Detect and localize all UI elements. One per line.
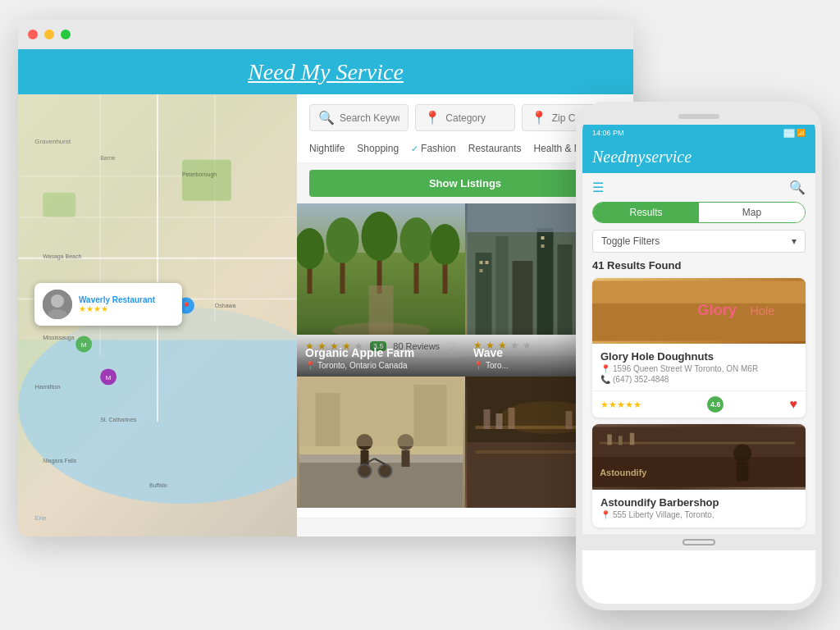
doughnuts-bottom: ★★★★★ 4.6 ♥: [592, 390, 806, 418]
wave-location-icon: 📍: [473, 361, 483, 370]
popup-info: Waverly Restaurant ★★★★: [79, 295, 174, 313]
location-pin-icon: 📍: [305, 361, 315, 370]
svg-rect-48: [513, 261, 533, 335]
svg-rect-9: [182, 160, 231, 201]
tab-restaurants[interactable]: Restaurants: [468, 143, 522, 159]
svg-rect-71: [316, 393, 340, 446]
tab-nightlife[interactable]: Nightlife: [309, 143, 345, 159]
doughnuts-address: 📍 1596 Queen Street W Toronto, ON M6R: [600, 364, 797, 373]
svg-text:St. Catharines: St. Catharines: [100, 417, 137, 422]
tab-shopping[interactable]: Shopping: [357, 143, 399, 159]
svg-rect-50: [558, 244, 573, 335]
svg-point-31: [51, 294, 64, 308]
chevron-down-icon: ▾: [792, 235, 797, 247]
svg-rect-54: [486, 261, 489, 264]
doughnuts-name: Glory Hole Doughnuts: [600, 350, 797, 363]
phone-frame: 14:06 PM ▓▓ 📶 Needmyservice ☰ 🔍 Results …: [576, 102, 822, 610]
svg-point-34: [297, 228, 325, 269]
keyword-input[interactable]: [340, 112, 399, 124]
phone-card-barbershop[interactable]: Astoundify Astoundify Barbershop 📍 555 L…: [592, 424, 806, 527]
apple-farm-location: 📍 Toronto, Ontario Canada: [305, 361, 457, 370]
doughnuts-phone: 📞 (647) 352-4848: [600, 375, 797, 384]
category-input-wrap[interactable]: 📍: [415, 104, 514, 131]
svg-point-40: [400, 217, 433, 263]
doughnuts-image: Glory Hole: [592, 278, 806, 344]
phone-speaker: [678, 114, 719, 119]
bikes-info-bar: [297, 508, 465, 518]
svg-point-0: [18, 308, 297, 504]
svg-rect-93: [600, 442, 795, 445]
svg-rect-96: [630, 433, 634, 445]
zip-location-icon: 📍: [531, 110, 547, 126]
svg-rect-46: [476, 253, 492, 335]
svg-rect-53: [480, 261, 483, 264]
phone-card-doughnuts[interactable]: Glory Hole Glory Hole Doughnuts 📍 1596 Q…: [592, 278, 806, 418]
location-icon: 📍: [424, 110, 441, 126]
phone-notch: [582, 108, 815, 125]
address-pin-icon: 📍: [600, 364, 610, 373]
svg-text:Oshawa: Oshawa: [215, 303, 236, 308]
svg-point-42: [431, 224, 460, 265]
svg-text:Buffalo: Buffalo: [149, 482, 167, 488]
doughnuts-rating-badge: 4.6: [707, 396, 724, 413]
search-inputs: 🔍 📍 📍: [309, 104, 621, 131]
toggle-filters-label: Toggle Filters: [601, 235, 660, 247]
phone-result-tabs: Results Map: [592, 202, 806, 223]
svg-point-28: [100, 368, 116, 385]
map-popup[interactable]: Waverly Restaurant ★★★★: [34, 283, 182, 326]
app-title: Need My Service: [248, 59, 404, 85]
close-button[interactable]: [28, 30, 38, 39]
phone-app-title: Needmyservice: [592, 148, 692, 167]
svg-rect-10: [43, 193, 75, 217]
show-listings-button[interactable]: Show Listings: [309, 170, 621, 197]
phone-header: Needmyservice: [582, 141, 815, 173]
svg-text:Astoundify: Astoundify: [600, 468, 647, 477]
phone-home-indicator[interactable]: [682, 539, 715, 546]
svg-point-97: [733, 444, 751, 462]
phone-filters[interactable]: Toggle Filters ▾: [592, 230, 806, 253]
svg-text:M: M: [106, 374, 112, 381]
minimize-button[interactable]: [44, 30, 54, 39]
svg-rect-98: [737, 462, 749, 481]
phone-search-icon[interactable]: 🔍: [789, 180, 806, 195]
phone-body: ☰ 🔍 Results Map Toggle Filters ▾ 41 Resu…: [582, 173, 815, 534]
apple-farm-overlay: Organic Apple Farm 📍 Toronto, Ontario Ca…: [297, 326, 465, 377]
doughnuts-stars: ★★★★★: [600, 399, 641, 410]
popup-stars: ★★★★: [79, 304, 174, 313]
doughnuts-star-icons: ★★★★★: [600, 399, 641, 410]
svg-text:Glory: Glory: [697, 301, 737, 318]
phone-tab-map[interactable]: Map: [699, 203, 805, 222]
svg-rect-57: [541, 244, 545, 248]
hamburger-icon[interactable]: ☰: [592, 180, 604, 195]
listing-card-apple-farm[interactable]: Organic Apple Farm 📍 Toronto, Ontario Ca…: [297, 203, 465, 377]
doughnuts-heart-icon[interactable]: ♥: [790, 397, 798, 412]
svg-rect-56: [541, 236, 545, 240]
svg-rect-55: [480, 269, 483, 272]
phone-number-icon: 📞: [600, 375, 610, 384]
keyword-input-wrap[interactable]: 🔍: [309, 104, 409, 131]
search-icon: 🔍: [318, 110, 335, 126]
barbershop-address: 📍 555 Liberty Village, Toronto,: [600, 510, 797, 519]
apple-farm-name: Organic Apple Farm: [305, 346, 457, 359]
apple-farm-image: [297, 203, 465, 335]
svg-rect-47: [496, 236, 509, 335]
phone-time: 14:06 PM: [592, 129, 624, 137]
phone-tab-results[interactable]: Results: [593, 203, 699, 222]
listing-card-bikes[interactable]: [297, 377, 465, 536]
svg-text:Hole: Hole: [750, 304, 774, 317]
filter-tabs: Nightlife Shopping ✓ Fashion Restaurants…: [309, 139, 621, 162]
barbershop-address-icon: 📍: [600, 510, 610, 519]
maximize-button[interactable]: [61, 30, 71, 39]
popup-name: Waverly Restaurant: [79, 295, 174, 304]
category-input[interactable]: [445, 112, 505, 124]
phone-wrapper: 14:06 PM ▓▓ 📶 Needmyservice ☰ 🔍 Results …: [576, 102, 822, 610]
phone-battery-icon: ▓▓ 📶: [783, 129, 806, 137]
svg-rect-72: [414, 385, 447, 446]
tab-fashion[interactable]: ✓ Fashion: [411, 143, 456, 159]
app-body: Gravenhurst Barrie Peterborough Wasaga B…: [18, 94, 633, 536]
svg-point-64: [358, 464, 372, 477]
svg-rect-69: [402, 450, 410, 467]
barbershop-info: Astoundify Barbershop 📍 555 Liberty Vill…: [592, 490, 806, 527]
browser-window: Need My Service: [18, 20, 633, 536]
svg-text:Mississauga: Mississauga: [43, 335, 74, 341]
